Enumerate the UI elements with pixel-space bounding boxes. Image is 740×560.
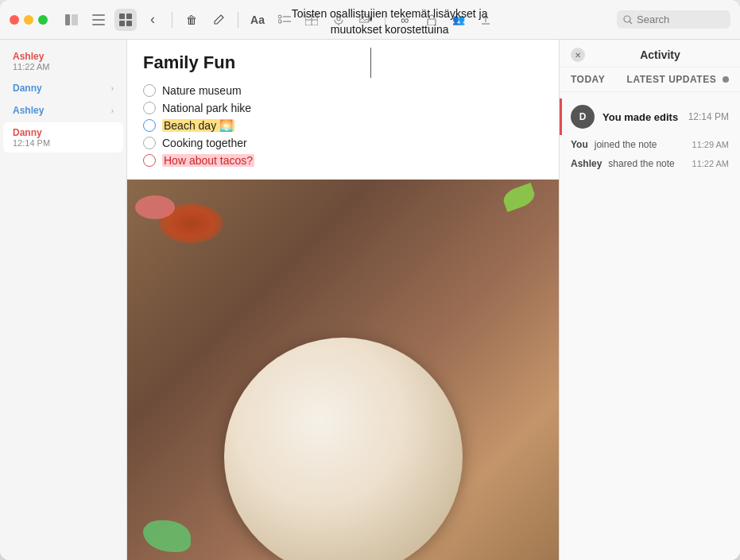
link-button[interactable]: ∞ — [393, 9, 416, 31]
checklist-item[interactable]: National park hike — [143, 102, 543, 114]
svg-rect-5 — [119, 14, 125, 19]
checklist-item[interactable]: How about tacos? — [143, 154, 543, 167]
checklist-item-text: Nature museum — [162, 84, 242, 97]
note-author-name: Ashley — [13, 51, 44, 62]
red-onion-decoration — [135, 195, 175, 219]
activity-actor: Ashley — [571, 158, 602, 169]
svg-rect-2 — [92, 14, 105, 16]
activity-subheader: TODAY LATEST UPDATES — [560, 68, 740, 92]
activity-info: You made edits — [602, 110, 680, 124]
list-view-button[interactable] — [87, 9, 110, 31]
activity-time-small: 11:29 AM — [692, 140, 729, 149]
media-button[interactable] — [355, 9, 377, 31]
activity-time: 12:14 PM — [688, 111, 729, 122]
food-toppings — [272, 425, 415, 528]
activity-title: Activity — [591, 48, 729, 61]
checkbox[interactable] — [143, 102, 156, 114]
lime-decoration — [501, 183, 537, 212]
activity-panel: ✕ Activity TODAY LATEST UPDATES D You ma… — [559, 40, 740, 560]
main-area: Ashley 11:22 AM Danny › Ashley › Danny — [0, 40, 740, 560]
activity-header: ✕ Activity — [560, 40, 740, 68]
toolbar-separator-3 — [385, 12, 385, 28]
activity-verb: joined the note — [595, 139, 657, 150]
checklist-item-text: How about tacos? — [162, 154, 254, 167]
chevron-right-icon: › — [111, 106, 114, 115]
activity-close-button[interactable]: ✕ — [571, 48, 585, 62]
search-bar[interactable] — [617, 10, 730, 29]
svg-rect-4 — [92, 24, 105, 25]
herbs-decoration — [143, 520, 191, 552]
toolbar-separator-1 — [172, 12, 172, 28]
latest-updates-dot — [723, 76, 729, 83]
activity-action-text: You made edits — [602, 111, 678, 123]
note-time: 11:22 AM — [13, 62, 114, 71]
activity-latest-label: LATEST UPDATES — [627, 74, 729, 85]
svg-rect-20 — [370, 17, 372, 21]
note-editor: Family Fun Nature museum National park h… — [127, 40, 559, 560]
activity-item-small: Ashley shared the note 11:22 AM — [560, 154, 740, 173]
toolbar: ‹ 🗑 Aa — [0, 0, 740, 40]
table-button[interactable] — [300, 9, 323, 31]
svg-rect-7 — [119, 21, 125, 26]
app-window: ‹ 🗑 Aa — [0, 0, 740, 560]
activity-item-small: You joined the note 11:29 AM — [560, 135, 740, 154]
svg-rect-6 — [126, 14, 132, 19]
svg-rect-8 — [126, 21, 132, 26]
activity-today-label: TODAY — [571, 74, 605, 85]
activity-verb: shared the note — [608, 158, 674, 169]
audio-button[interactable] — [327, 9, 350, 31]
export-button[interactable] — [475, 9, 497, 31]
activity-item: D You made edits 12:14 PM — [560, 98, 740, 135]
note-author-name: Danny — [13, 83, 42, 94]
list-item[interactable]: Ashley › — [3, 100, 123, 121]
activity-time-small: 11:22 AM — [692, 159, 729, 168]
checklist-item-text: Beach day 🌅 — [162, 119, 234, 132]
search-icon — [623, 15, 633, 25]
note-author-name: Ashley — [13, 105, 44, 116]
svg-line-23 — [630, 21, 632, 24]
checkbox[interactable] — [143, 137, 156, 149]
note-content-area: Family Fun Nature museum National park h… — [127, 40, 559, 180]
svg-rect-1 — [72, 14, 78, 25]
checklist-item[interactable]: Cooking together — [143, 137, 543, 149]
back-button[interactable]: ‹ — [141, 9, 164, 31]
checklist-item[interactable]: Beach day 🌅 — [143, 119, 543, 132]
svg-point-11 — [278, 20, 281, 23]
note-author-name: Danny — [13, 127, 42, 138]
svg-rect-18 — [359, 14, 369, 22]
search-input[interactable] — [637, 14, 724, 25]
note-time: 12:14 PM — [13, 138, 114, 148]
text-format-button[interactable]: Aa — [246, 9, 269, 31]
sidebar-toggle-button[interactable] — [60, 9, 83, 31]
close-button[interactable] — [10, 15, 19, 25]
checklist-button[interactable] — [273, 9, 296, 31]
minimize-button[interactable] — [24, 15, 33, 25]
checkbox[interactable] — [143, 119, 156, 132]
activity-actor: You — [571, 139, 588, 150]
checklist-item[interactable]: Nature museum — [143, 84, 543, 97]
delete-button[interactable]: 🗑 — [180, 9, 203, 31]
list-item[interactable]: Ashley 11:22 AM — [3, 46, 123, 76]
svg-rect-16 — [337, 14, 340, 21]
note-title[interactable]: Family Fun — [143, 52, 543, 73]
note-checklist: Nature museum National park hike Beach d… — [143, 84, 543, 167]
checkbox[interactable] — [143, 84, 156, 97]
svg-point-9 — [278, 15, 281, 18]
list-item[interactable]: Danny 12:14 PM — [3, 122, 123, 153]
traffic-lights — [10, 15, 48, 25]
maximize-button[interactable] — [38, 15, 48, 25]
svg-rect-0 — [65, 14, 70, 25]
svg-point-22 — [624, 16, 630, 22]
grid-view-button[interactable] — [114, 9, 137, 31]
share-users-button[interactable]: 👥 — [447, 9, 470, 31]
svg-rect-21 — [428, 19, 436, 25]
edit-share-button[interactable] — [207, 9, 230, 31]
lock-button[interactable] — [420, 9, 443, 31]
chevron-right-icon: › — [111, 84, 114, 93]
checkbox[interactable] — [143, 154, 156, 167]
activity-list: D You made edits 12:14 PM You joined the… — [560, 92, 740, 180]
note-list-sidebar: Ashley 11:22 AM Danny › Ashley › Danny — [0, 40, 127, 560]
checklist-item-text: National park hike — [162, 102, 251, 114]
list-item[interactable]: Danny › — [3, 78, 123, 98]
svg-rect-3 — [92, 19, 105, 21]
